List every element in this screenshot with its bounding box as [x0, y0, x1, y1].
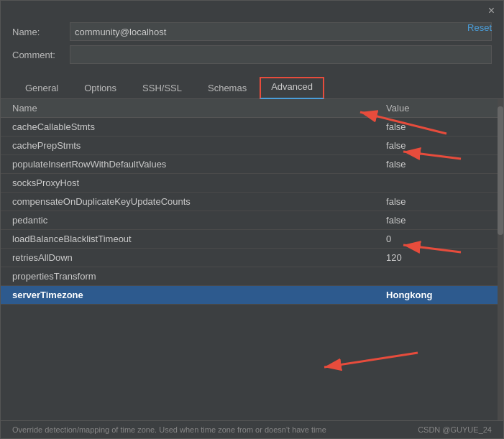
row-value-cell: 0 [375, 230, 503, 249]
row-value-cell: Hongkong [375, 286, 503, 305]
table-row[interactable]: populateInsertRowWithDefaultValuesfalse [1, 155, 503, 174]
table-wrapper: Name Value cacheCallableStmtsfalsecacheP… [1, 99, 503, 420]
scrollbar-thumb [498, 106, 503, 235]
row-value-cell: 120 [375, 249, 503, 267]
col-header-value: Value [375, 99, 503, 118]
row-name-cell: retriesAllDown [1, 249, 375, 267]
table-row[interactable]: compensateOnDuplicateKeyUpdateCountsfals… [1, 193, 503, 211]
title-bar: × [1, 1, 503, 19]
row-value-cell [375, 174, 503, 193]
name-input[interactable] [70, 22, 492, 41]
reset-button[interactable]: Reset [467, 22, 492, 33]
table-row[interactable]: cacheCallableStmtsfalse [1, 118, 503, 137]
row-value-cell: false [375, 137, 503, 155]
tab-advanced[interactable]: Advanced [260, 77, 324, 99]
description-text: Override detection/mapping of time zone.… [12, 425, 326, 434]
name-label: Name: [12, 27, 70, 37]
row-name-cell: compensateOnDuplicateKeyUpdateCounts [1, 193, 375, 211]
col-header-name: Name [1, 99, 375, 118]
row-name-cell: cacheCallableStmts [1, 118, 375, 137]
row-value-cell: false [375, 155, 503, 174]
tab-ssh-ssl[interactable]: SSH/SSL [129, 77, 195, 99]
row-name-cell: populateInsertRowWithDefaultValues [1, 155, 375, 174]
row-name-cell: serverTimezone [1, 286, 375, 305]
table-row[interactable]: serverTimezoneHongkong [1, 286, 503, 305]
tabs-bar: General Options SSH/SSL Schemas Advanced [1, 77, 503, 99]
tab-options[interactable]: Options [71, 77, 129, 99]
table-row[interactable]: retriesAllDown120 [1, 249, 503, 267]
row-value-cell: false [375, 118, 503, 137]
properties-table-area: Name Value cacheCallableStmtsfalsecacheP… [1, 99, 503, 305]
row-name-cell: cachePrepStmts [1, 137, 375, 155]
connection-dialog: × Name: Comment: Reset General Options S… [0, 0, 504, 439]
comment-input[interactable] [70, 45, 492, 64]
name-row: Name: [12, 22, 492, 41]
row-name-cell: propertiesTransform [1, 267, 375, 286]
comment-label: Comment: [12, 50, 70, 60]
row-value-cell: false [375, 211, 503, 230]
row-value-cell: false [375, 193, 503, 211]
properties-table: Name Value cacheCallableStmtsfalsecacheP… [1, 99, 503, 305]
table-row[interactable]: pedanticfalse [1, 211, 503, 230]
row-name-cell: loadBalanceBlacklistTimeout [1, 230, 375, 249]
row-name-cell: pedantic [1, 211, 375, 230]
row-value-cell [375, 267, 503, 286]
scrollbar[interactable] [498, 99, 503, 420]
table-row[interactable]: loadBalanceBlacklistTimeout0 [1, 230, 503, 249]
watermark-text: CSDN @GUYUE_24 [418, 425, 492, 434]
table-row[interactable]: cachePrepStmtsfalse [1, 137, 503, 155]
table-row[interactable]: socksProxyHost [1, 174, 503, 193]
tab-general[interactable]: General [12, 77, 71, 99]
bottom-bar: Override detection/mapping of time zone.… [1, 420, 503, 438]
table-row[interactable]: propertiesTransform [1, 267, 503, 286]
close-button[interactable]: × [485, 5, 498, 17]
row-name-cell: socksProxyHost [1, 174, 375, 193]
tab-schemas[interactable]: Schemas [195, 77, 260, 99]
comment-row: Comment: [12, 45, 492, 64]
table-header-row: Name Value [1, 99, 503, 118]
form-area: Name: Comment: [1, 19, 503, 74]
